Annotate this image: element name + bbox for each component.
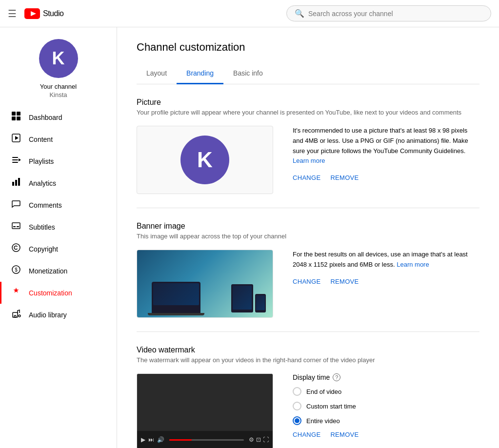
sidebar-item-subtitles[interactable]: Subtitles (0, 216, 117, 238)
channel-label: Your channel (40, 83, 77, 90)
sidebar-item-audio-library[interactable]: Audio library (0, 304, 117, 326)
svg-marker-7 (15, 136, 19, 140)
channel-name: Kinsta (49, 91, 67, 98)
picture-info: It's recommended to use a picture that's… (293, 126, 479, 181)
radio-circle-end-of-video (293, 387, 301, 396)
svg-rect-14 (18, 178, 20, 186)
radio-custom-start-time[interactable]: Custom start time (293, 402, 479, 410)
tab-layout[interactable]: Layout (137, 63, 177, 84)
radio-entire-video[interactable]: Entire video (293, 416, 479, 425)
svg-rect-15 (12, 223, 20, 229)
sidebar-item-content[interactable]: Content (0, 128, 117, 150)
picture-info-text: It's recommended to use a picture that's… (293, 126, 479, 166)
picture-learn-more-link[interactable]: Learn more (293, 157, 325, 164)
studio-text: Studio (43, 9, 63, 18)
help-icon[interactable]: ? (333, 373, 340, 381)
picture-change-button[interactable]: CHANGE (293, 174, 320, 181)
radio-circle-entire-video (293, 416, 301, 425)
sidebar-item-monetization[interactable]: $ Monetization (0, 260, 117, 282)
playlists-icon (11, 155, 21, 167)
banner-section: Banner image This image will appear acro… (137, 208, 479, 332)
banner-section-title: Banner image (137, 222, 479, 231)
progress-fill (169, 439, 192, 441)
subtitles-icon (11, 221, 21, 233)
svg-rect-8 (12, 157, 18, 158)
sidebar: K Your channel Kinsta Dashboard Content (0, 27, 117, 448)
picture-avatar: K (180, 136, 229, 184)
svg-rect-12 (12, 182, 14, 186)
customization-icon (11, 287, 21, 299)
banner-learn-more-link[interactable]: Learn more (397, 261, 429, 268)
sidebar-item-copyright[interactable]: Copyright (0, 238, 117, 260)
svg-rect-5 (17, 117, 20, 120)
copyright-icon (11, 243, 21, 255)
analytics-icon (11, 177, 21, 189)
sidebar-item-dashboard[interactable]: Dashboard (0, 106, 117, 128)
logo-area[interactable]: Studio (24, 8, 63, 19)
watermark-section: Video watermark The watermark will appea… (137, 332, 479, 448)
tab-branding[interactable]: Branding (177, 63, 223, 84)
watermark-remove-button[interactable]: REMOVE (330, 431, 359, 438)
radio-circle-custom-start-time (293, 402, 301, 410)
skip-icon[interactable]: ⏭ (148, 436, 154, 443)
device-phone-icon (255, 294, 266, 312)
picture-section-body: K It's recommended to use a picture that… (137, 126, 479, 194)
svg-rect-10 (12, 162, 18, 163)
banner-info-text: For the best results on all devices, use… (293, 250, 479, 270)
search-icon: 🔍 (295, 9, 304, 18)
sidebar-item-label-copyright: Copyright (29, 245, 58, 253)
sidebar-item-playlists[interactable]: Playlists (0, 150, 117, 172)
search-input[interactable] (308, 10, 483, 18)
sidebar-item-label-analytics: Analytics (29, 179, 56, 187)
video-controls: ▶ ⏭ 🔊 ⚙ ⊡ ⛶ (137, 431, 273, 448)
svg-rect-9 (12, 159, 18, 160)
progress-bar (169, 439, 244, 441)
sidebar-item-analytics[interactable]: Analytics (0, 172, 117, 194)
sidebar-item-label-dashboard: Dashboard (29, 114, 62, 121)
comments-icon (11, 199, 21, 211)
search-bar: 🔍 (286, 5, 491, 21)
tab-basic-info[interactable]: Basic info (223, 63, 273, 84)
sidebar-item-comments[interactable]: Comments (0, 194, 117, 216)
play-icon[interactable]: ▶ (141, 436, 145, 443)
svg-rect-3 (17, 112, 20, 116)
svg-point-18 (12, 244, 20, 252)
hamburger-icon[interactable]: ☰ (8, 8, 17, 19)
channel-section: K Your channel Kinsta (0, 27, 117, 106)
miniplayer-icon[interactable]: ⊡ (256, 436, 261, 443)
player-extra-controls: ⚙ ⊡ ⛶ (249, 436, 269, 443)
svg-point-23 (19, 315, 20, 317)
monetization-icon: $ (11, 265, 21, 277)
radio-label-end-of-video: End of video (306, 388, 341, 395)
top-nav: ☰ Studio 🔍 (0, 0, 499, 27)
svg-rect-13 (15, 180, 17, 186)
watermark-change-button[interactable]: CHANGE (293, 431, 320, 438)
sidebar-avatar: K (39, 39, 78, 78)
banner-section-body: For the best results on all devices, use… (137, 250, 479, 318)
sidebar-item-customization[interactable]: Customization (0, 282, 117, 304)
watermark-preview-box: ▶ ⏭ 🔊 ⚙ ⊡ ⛶ (137, 373, 273, 448)
display-time-label: Display time ? (293, 373, 479, 381)
picture-remove-button[interactable]: REMOVE (330, 174, 359, 181)
radio-label-custom-start-time: Custom start time (306, 403, 356, 410)
audio-library-icon (11, 309, 21, 321)
banner-change-button[interactable]: CHANGE (293, 278, 320, 285)
svg-text:$: $ (15, 267, 18, 273)
main-content: Channel customization Layout Branding Ba… (117, 27, 499, 448)
fullscreen-icon[interactable]: ⛶ (263, 436, 269, 443)
dashboard-icon (11, 111, 21, 123)
volume-icon[interactable]: 🔊 (157, 436, 164, 443)
banner-action-btns: CHANGE REMOVE (293, 278, 479, 285)
picture-section-title: Picture (137, 98, 479, 107)
sidebar-nav: Dashboard Content Playlists Analytics (0, 106, 117, 326)
device-tablet-icon (231, 284, 253, 312)
radio-end-of-video[interactable]: End of video (293, 387, 479, 396)
banner-remove-button[interactable]: REMOVE (330, 278, 359, 285)
sidebar-item-label-subtitles: Subtitles (29, 223, 55, 231)
sidebar-item-label-content: Content (29, 136, 53, 143)
device-laptop-icon (152, 282, 200, 313)
settings-icon[interactable]: ⚙ (249, 436, 254, 443)
svg-rect-16 (13, 226, 16, 227)
sidebar-item-label-comments: Comments (29, 201, 62, 209)
app-layout: K Your channel Kinsta Dashboard Content (0, 27, 499, 448)
